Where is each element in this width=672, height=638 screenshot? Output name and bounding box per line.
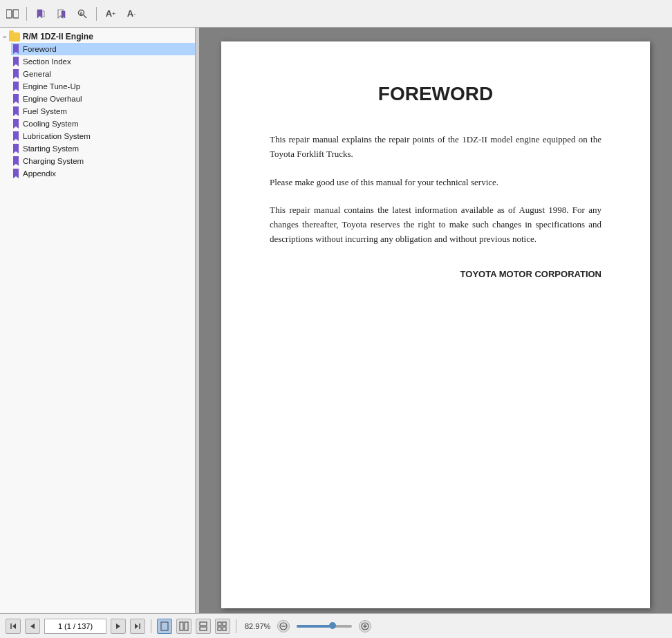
page-title: FOREWORD [270, 83, 601, 105]
tree-item-general[interactable]: General [11, 68, 195, 80]
first-page-button[interactable] [6, 619, 21, 634]
bookmark-icon-lubrication-system [12, 131, 19, 141]
zoom-out-button[interactable] [277, 620, 290, 632]
bookmark-back-icon [35, 8, 46, 19]
bookmark-back-button[interactable] [32, 6, 49, 22]
continuous-view-button[interactable] [196, 619, 211, 634]
tree-item-charging-system[interactable]: Charging System [11, 155, 195, 167]
last-page-icon [134, 623, 141, 630]
last-page-button[interactable] [130, 619, 145, 634]
tree-item-cooling-system[interactable]: Cooling System [11, 118, 195, 130]
bookmark-forward-button[interactable] [53, 6, 70, 22]
document-area: FOREWORD This repair manual explains the… [199, 28, 672, 613]
first-page-icon [10, 623, 17, 630]
zoom-slider-thumb[interactable] [329, 622, 336, 629]
tree-item-engine-overhaul[interactable]: Engine Overhaul [11, 93, 195, 105]
font-increase-icon: A [106, 8, 112, 19]
tree-root-label: R/M 1DZ-II Engine [23, 32, 93, 41]
paragraph-3: This repair manual contains the latest i… [270, 203, 601, 246]
search-button[interactable]: A [74, 6, 91, 22]
paragraph-2: Please make good use of this manual for … [270, 176, 601, 190]
statusbar-sep-2 [236, 619, 236, 633]
panel-toggle-icon [6, 9, 19, 19]
font-increase-plus: + [112, 10, 115, 17]
signature: TOYOTA MOTOR CORPORATION [270, 268, 601, 282]
tree-item-fuel-system-label: Fuel System [23, 107, 67, 115]
zoom-in-icon [361, 622, 369, 630]
tree-item-lubrication-system-label: Lubrication System [23, 132, 91, 140]
zoom-out-icon [279, 622, 288, 630]
document-page: FOREWORD This repair manual explains the… [221, 41, 650, 608]
single-page-icon [160, 621, 169, 631]
next-page-button[interactable] [111, 619, 126, 634]
toolbar-separator-1 [26, 7, 27, 21]
next-page-icon [115, 623, 122, 630]
bookmark-icon-engine-overhaul [12, 94, 19, 104]
toolbar-separator-2 [96, 7, 97, 21]
svg-rect-19 [223, 627, 226, 630]
statusbar-sep-1 [151, 619, 151, 633]
svg-marker-6 [12, 623, 16, 629]
svg-marker-8 [116, 623, 120, 629]
tree-item-section-index-label: Section Index [23, 57, 71, 66]
folder-icon [9, 32, 20, 41]
tree-item-lubrication-system[interactable]: Lubrication System [11, 130, 195, 142]
search-icon: A [77, 8, 88, 19]
svg-rect-0 [6, 10, 12, 18]
tree-item-engine-tuneup[interactable]: Engine Tune-Up [11, 80, 195, 93]
bookmark-icon-appendix [12, 169, 19, 178]
tree-root-node[interactable]: − R/M 1DZ-II Engine [0, 30, 195, 43]
tree-panel: − R/M 1DZ-II Engine Foreword [0, 28, 195, 613]
collapse-icon: − [3, 33, 7, 41]
zoom-value: 82.97% [245, 622, 270, 630]
font-increase-button[interactable]: A+ [102, 6, 119, 22]
font-decrease-button[interactable]: A- [123, 6, 140, 22]
zoom-slider-track [297, 625, 330, 628]
tree-item-foreword-label: Foreword [23, 45, 57, 53]
svg-text:A: A [80, 11, 83, 16]
tree-item-section-index[interactable]: Section Index [11, 55, 195, 68]
page-number-input[interactable] [44, 619, 106, 634]
svg-marker-7 [30, 623, 35, 629]
panel-toggle-button[interactable] [4, 6, 21, 22]
tree-item-engine-overhaul-label: Engine Overhaul [23, 95, 82, 103]
font-decrease-minus: - [133, 10, 136, 17]
bookmark-icon-section-index [12, 57, 19, 66]
bookmark-icon-engine-tuneup [12, 82, 19, 91]
bookmark-icon-foreword [12, 44, 19, 54]
page-body: This repair manual explains the repair p… [270, 133, 601, 282]
bookmark-icon-charging-system [12, 156, 19, 166]
svg-rect-18 [218, 627, 221, 630]
two-page-view-button[interactable] [176, 619, 192, 634]
tree-item-appendix[interactable]: Appendix [11, 167, 195, 180]
svg-rect-12 [180, 622, 183, 630]
single-page-view-button[interactable] [157, 619, 172, 634]
svg-line-3 [84, 15, 86, 18]
tree-item-appendix-label: Appendix [23, 169, 56, 178]
svg-rect-15 [200, 627, 207, 630]
svg-marker-10 [135, 623, 138, 629]
svg-rect-13 [185, 622, 188, 630]
prev-page-button[interactable] [25, 619, 40, 634]
bookmark-icon-fuel-system [12, 106, 19, 116]
main-area: − R/M 1DZ-II Engine Foreword [0, 28, 672, 613]
svg-rect-17 [223, 622, 226, 626]
tree-item-foreword[interactable]: Foreword [11, 43, 195, 55]
tree-item-engine-tuneup-label: Engine Tune-Up [23, 82, 80, 91]
bookmark-icon-cooling-system [12, 119, 19, 129]
toolbar: A A+ A- [0, 0, 672, 28]
tree-item-starting-system-label: Starting System [23, 144, 79, 153]
svg-rect-11 [161, 622, 168, 630]
zoom-slider[interactable] [297, 625, 352, 628]
tree-item-fuel-system[interactable]: Fuel System [11, 105, 195, 118]
facing-view-button[interactable] [215, 619, 230, 634]
svg-rect-16 [218, 622, 221, 626]
tree-item-cooling-system-label: Cooling System [23, 120, 79, 128]
continuous-icon [198, 621, 208, 631]
tree-item-starting-system[interactable]: Starting System [11, 142, 195, 155]
zoom-in-button[interactable] [359, 620, 371, 632]
facing-icon [217, 621, 228, 631]
two-page-icon [179, 621, 189, 631]
svg-rect-1 [13, 10, 19, 18]
sidebar: − R/M 1DZ-II Engine Foreword [0, 28, 196, 613]
